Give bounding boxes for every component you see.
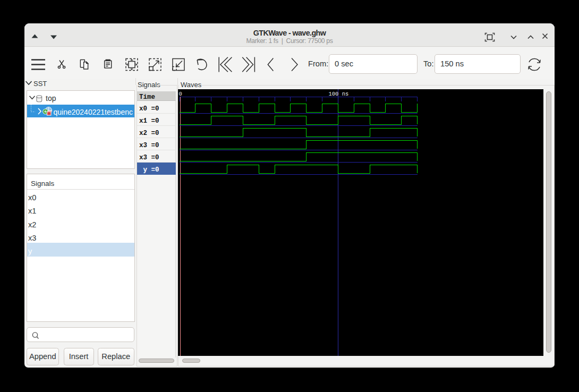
svg-text:0: 0 bbox=[179, 91, 182, 97]
svg-text:top: top bbox=[46, 94, 56, 103]
svg-text:100 ns: 100 ns bbox=[329, 91, 349, 97]
svg-text:quine20240221testbenc: quine20240221testbenc bbox=[53, 108, 132, 116]
